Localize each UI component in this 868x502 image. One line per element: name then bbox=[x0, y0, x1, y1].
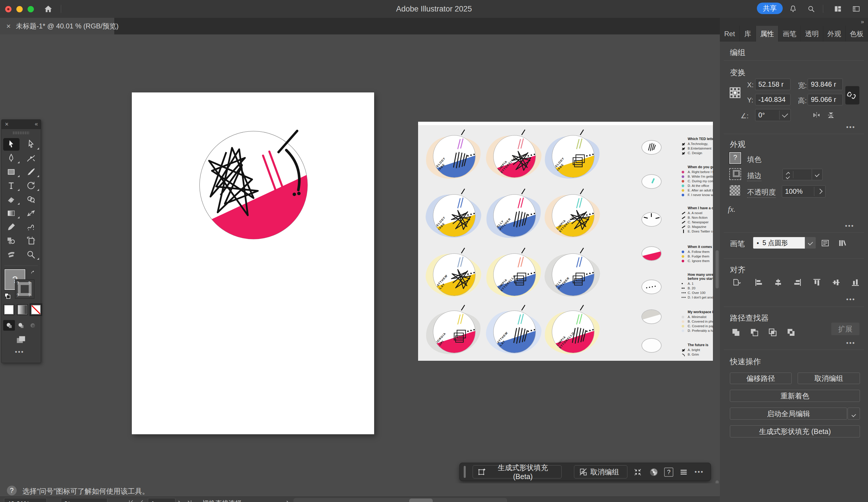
offset-path-button[interactable]: 偏移路径 bbox=[730, 373, 792, 384]
opacity-field[interactable]: 100% bbox=[782, 186, 826, 198]
eyedropper-tool[interactable] bbox=[1, 220, 21, 234]
selection-tool[interactable] bbox=[3, 138, 20, 151]
zoom-chevron-icon[interactable] bbox=[47, 501, 53, 502]
flip-horizontal-icon[interactable] bbox=[812, 111, 821, 119]
color-swatch-button[interactable] bbox=[3, 304, 14, 315]
share-button[interactable]: 共享 bbox=[757, 3, 783, 14]
brush-options-icon[interactable] bbox=[821, 239, 829, 248]
next-artboard-icon[interactable] bbox=[176, 499, 184, 502]
ungroup-button[interactable]: 取消编组 bbox=[574, 465, 627, 479]
align-top-icon[interactable] bbox=[812, 278, 822, 287]
type-tool[interactable] bbox=[1, 179, 21, 192]
eraser-tool[interactable] bbox=[1, 192, 21, 206]
opacity-swatch[interactable] bbox=[729, 185, 741, 196]
angle-dropdown[interactable]: 0° bbox=[755, 109, 791, 121]
draw-behind-mode-button[interactable] bbox=[15, 320, 27, 331]
align-more-icon[interactable]: ••• bbox=[846, 296, 855, 303]
toolbar-close-icon[interactable]: × bbox=[5, 121, 9, 128]
align-right-icon[interactable] bbox=[793, 278, 802, 287]
appearance-more-icon[interactable]: ••• bbox=[845, 222, 854, 230]
stroke-color-indicator[interactable]: ???? bbox=[15, 279, 34, 299]
tab-画笔[interactable]: 画笔 bbox=[778, 26, 801, 42]
draw-normal-mode-button[interactable] bbox=[3, 320, 15, 331]
toolbar-grip[interactable] bbox=[13, 132, 29, 134]
panel-overflow-icon[interactable]: » bbox=[861, 18, 864, 25]
pathfinder-unite-icon[interactable] bbox=[731, 327, 741, 337]
default-fill-stroke-icon[interactable] bbox=[4, 292, 11, 299]
artboard-tool[interactable] bbox=[21, 234, 41, 248]
taskbar-more-icon[interactable]: ••• bbox=[695, 468, 704, 475]
align-v-middle-icon[interactable] bbox=[831, 278, 841, 287]
pathfinder-exclude-icon[interactable] bbox=[786, 327, 796, 337]
rotation-field[interactable]: 0° bbox=[61, 498, 107, 502]
tab-close-icon[interactable]: × bbox=[6, 22, 11, 31]
shape-builder-tool[interactable] bbox=[21, 192, 41, 206]
height-field[interactable]: 95.066 r bbox=[808, 94, 843, 105]
search-icon[interactable] bbox=[806, 4, 816, 13]
fill-label[interactable]: 填色 bbox=[747, 155, 762, 164]
rectangle-tool[interactable] bbox=[1, 165, 21, 179]
shaper-tool[interactable] bbox=[21, 220, 41, 234]
fill-swatch[interactable]: ? bbox=[729, 152, 741, 164]
width-field[interactable]: 93.846 r bbox=[808, 79, 843, 90]
gradient-swatch-button[interactable] bbox=[17, 304, 28, 315]
zoom-level-field[interactable]: 40.01% bbox=[4, 498, 47, 502]
warp-tool[interactable] bbox=[1, 248, 21, 261]
taskbar-drag-handle[interactable] bbox=[464, 466, 466, 478]
align-left-icon[interactable] bbox=[754, 278, 764, 287]
notifications-icon[interactable] bbox=[788, 4, 798, 13]
pathfinder-minus-front-icon[interactable] bbox=[749, 327, 760, 337]
pathfinder-intersect-icon[interactable] bbox=[767, 327, 778, 337]
first-artboard-icon[interactable] bbox=[127, 499, 135, 502]
blend-tool[interactable] bbox=[1, 234, 21, 248]
global-edit-dropdown[interactable] bbox=[848, 408, 860, 420]
prev-artboard-icon[interactable] bbox=[138, 499, 145, 502]
stroke-weight-dropdown[interactable] bbox=[812, 169, 822, 180]
pen-tool[interactable] bbox=[1, 151, 21, 165]
screen-mode-icon[interactable] bbox=[14, 334, 28, 345]
zoom-tool[interactable] bbox=[21, 248, 41, 261]
brush-dropdown-button[interactable] bbox=[805, 237, 816, 249]
document-tab[interactable]: × 未标题-1* @ 40.01 % (RGB/预览) bbox=[0, 18, 114, 34]
tab-库[interactable]: 库 bbox=[740, 26, 756, 42]
ungroup-quick-button[interactable]: 取消编组 bbox=[798, 373, 860, 384]
global-edit-button[interactable]: 启动全局编辑 bbox=[730, 408, 847, 420]
align-bottom-icon[interactable] bbox=[851, 278, 860, 287]
tab-属性[interactable]: 属性 bbox=[756, 26, 778, 42]
rotate-tool[interactable] bbox=[21, 179, 41, 192]
stroke-weight-stepper[interactable] bbox=[783, 169, 823, 180]
transform-more-icon[interactable]: ••• bbox=[846, 123, 855, 131]
fit-view-icon[interactable] bbox=[633, 468, 642, 477]
gradient-tool[interactable] bbox=[1, 206, 21, 220]
stepper-arrows[interactable] bbox=[783, 171, 793, 178]
artboard[interactable] bbox=[132, 92, 374, 434]
panels-toggle-icon[interactable] bbox=[850, 4, 862, 13]
horizontal-scrollbar-track[interactable] bbox=[293, 498, 507, 502]
horizontal-scrollbar-thumb[interactable] bbox=[409, 499, 433, 502]
flip-vertical-icon[interactable] bbox=[827, 111, 835, 119]
expand-button[interactable]: 扩展 bbox=[831, 323, 859, 335]
canvas-vertical-scrollbar[interactable] bbox=[715, 250, 719, 289]
generative-shape-fill-quick-button[interactable]: 生成式形状填充 (Beta) bbox=[730, 425, 860, 437]
recolor-button[interactable]: 重新着色 bbox=[730, 390, 860, 402]
last-artboard-icon[interactable] bbox=[186, 499, 193, 502]
reference-point-icon[interactable] bbox=[728, 86, 742, 99]
align-to-icon[interactable] bbox=[729, 278, 744, 287]
opacity-label[interactable]: 不透明度 bbox=[747, 187, 776, 198]
toolbar-more-icon[interactable]: ••• bbox=[15, 348, 24, 356]
x-field[interactable]: 52.158 r bbox=[755, 79, 790, 90]
stroke-swatch[interactable] bbox=[729, 168, 741, 180]
brush-select[interactable]: ● 5 点圆形 bbox=[753, 237, 808, 249]
swap-fill-stroke-icon[interactable] bbox=[30, 270, 37, 276]
y-field[interactable]: -140.834 bbox=[755, 94, 790, 105]
tab-透明[interactable]: 透明 bbox=[801, 26, 823, 42]
color-wheel-icon[interactable] bbox=[649, 468, 658, 477]
help-icon[interactable]: ? bbox=[664, 468, 673, 477]
selected-artwork[interactable] bbox=[198, 129, 310, 241]
tab-Ret[interactable]: Ret bbox=[720, 26, 740, 42]
generative-shape-fill-button[interactable]: 生成式形状填充 (Beta) bbox=[473, 465, 562, 479]
reference-image[interactable]: MELODY RABEOLIMPIA VETTORELLOMELODY RABE… bbox=[418, 122, 713, 361]
artboard-number-field[interactable]: 1 bbox=[148, 498, 175, 502]
stroke-label[interactable]: 描边 bbox=[747, 171, 762, 181]
link-dimensions-icon[interactable] bbox=[845, 86, 859, 104]
